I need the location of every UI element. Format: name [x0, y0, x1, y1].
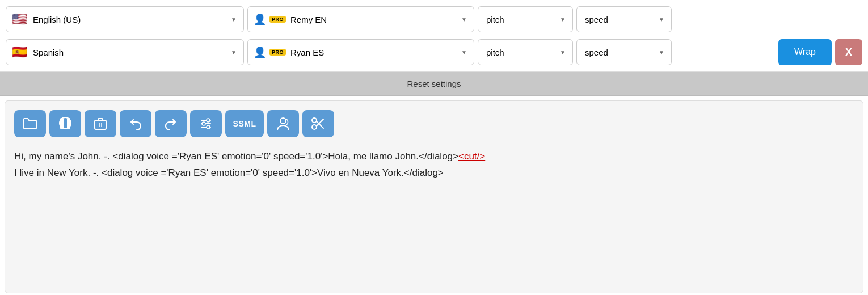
cut-tag: <cut/> — [458, 151, 485, 162]
svg-point-14 — [312, 125, 317, 129]
speed-2-select[interactable]: speed — [576, 39, 672, 65]
reset-settings-bar[interactable]: Reset settings — [0, 72, 868, 96]
svg-point-13 — [280, 118, 286, 124]
pro-badge-1: PRO — [269, 16, 286, 23]
language-2-label: Spanish — [33, 48, 64, 57]
speed-1-label: speed — [585, 15, 608, 24]
top-bar: 🇺🇸 English (US) 👤 PRO Remy EN pitch spee… — [0, 0, 868, 72]
scissors-button[interactable] — [302, 110, 334, 137]
pro-badge-2: PRO — [269, 49, 286, 56]
voice-2-name: Ryan ES — [290, 48, 324, 57]
line2-text: I live in New York. -. <dialog voice ='R… — [14, 167, 444, 178]
language-1-label: English (US) — [33, 15, 81, 24]
pause-button[interactable] — [49, 110, 81, 137]
content-text: Hi, my name's John. -. <dialog voice ='R… — [14, 149, 854, 182]
toolbar: SSML — [14, 110, 854, 137]
voice-2-select[interactable]: 👤 PRO Ryan ES — [247, 39, 474, 65]
svg-point-12 — [207, 125, 210, 129]
user-2-icon: 👤 — [254, 46, 266, 58]
pitch-2-label: pitch — [486, 48, 504, 57]
ssml-label: SSML — [233, 119, 256, 128]
svg-point-15 — [312, 118, 317, 123]
speed-1-select[interactable]: speed — [576, 6, 672, 32]
ssml-button[interactable]: SSML — [225, 110, 264, 137]
voice-1-select[interactable]: 👤 PRO Remy EN — [247, 6, 474, 32]
open-folder-button[interactable] — [14, 110, 46, 137]
undo-button[interactable] — [120, 110, 151, 137]
svg-point-11 — [202, 122, 205, 125]
user-1-icon: 👤 — [254, 13, 266, 26]
row-2: 🇪🇸 Spanish 👤 PRO Ryan ES pitch speed Wra… — [6, 37, 862, 67]
redo-button[interactable] — [155, 110, 187, 137]
svg-rect-3 — [95, 120, 106, 129]
speed-2-label: speed — [585, 48, 608, 57]
pitch-1-select[interactable]: pitch — [478, 6, 573, 32]
pitch-2-select[interactable]: pitch — [478, 39, 573, 65]
flag-english-icon: 🇺🇸 — [12, 12, 27, 27]
language-2-select[interactable]: 🇪🇸 Spanish — [6, 39, 244, 65]
flag-spanish-icon: 🇪🇸 — [12, 45, 27, 60]
clear-button[interactable] — [85, 110, 116, 137]
voice-1-name: Remy EN — [290, 15, 327, 24]
reset-settings-label: Reset settings — [407, 79, 461, 88]
wrap-button[interactable]: Wrap — [778, 39, 832, 65]
x-button[interactable]: X — [835, 39, 862, 65]
row-1: 🇺🇸 English (US) 👤 PRO Remy EN pitch spee… — [6, 5, 862, 34]
line1-text: Hi, my name's John. -. <dialog voice ='R… — [14, 151, 458, 162]
voice-profile-button[interactable] — [267, 110, 299, 137]
editor-area: SSML Hi, my name's John. -. <dialog voic… — [5, 100, 863, 293]
settings-button[interactable] — [190, 110, 222, 137]
language-1-select[interactable]: 🇺🇸 English (US) — [6, 6, 244, 32]
svg-point-10 — [207, 119, 210, 122]
pitch-1-label: pitch — [486, 15, 504, 24]
